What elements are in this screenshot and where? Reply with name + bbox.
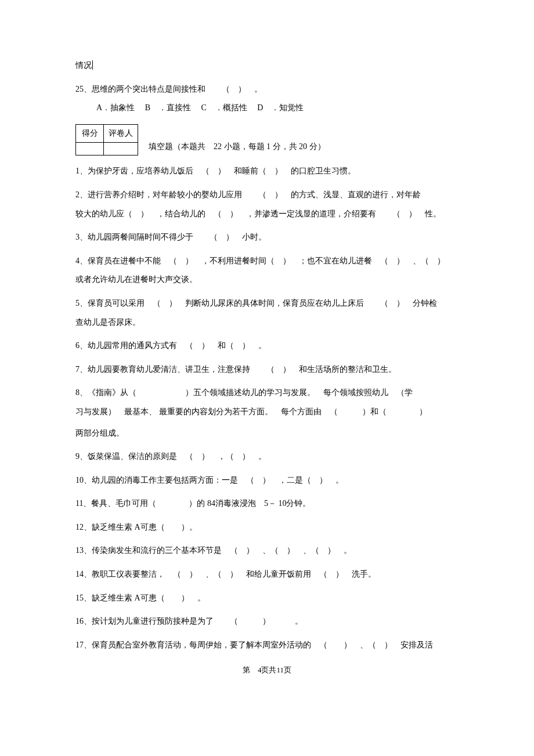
fill-13: 13、传染病发生和流行的三个基本环节是 （ ） 、（ ） 、（ ） 。 (75, 543, 459, 559)
fill-2-line1: 2、进行营养介绍时，对年龄较小的婴幼儿应用 （ ） 的方式、浅显、直观的进行，对… (75, 187, 459, 203)
q25-opt-d: D ．知觉性 (257, 100, 304, 116)
score-cell-score[interactable] (76, 143, 104, 155)
fill-6: 6、幼儿园常用的通风方式有 （ ） 和（ ） 。 (75, 338, 459, 354)
fill-15: 15、缺乏维生素 A可患（ ） 。 (75, 591, 459, 606)
fill-7: 7、幼儿园要教育幼儿爱清洁、讲卫生，注意保持 （ ） 和生活场所的整洁和卫生。 (75, 362, 459, 378)
q25-opt-b: B ．直接性 (145, 100, 191, 116)
section-title: 填空题（本题共 22 小题，每题 1 分，共 20 分） (149, 139, 326, 156)
top-fragment-text: 情况 (75, 61, 92, 70)
score-header-score: 得分 (76, 124, 104, 143)
score-cell-grader[interactable] (104, 143, 138, 155)
fill-11: 11、餐具、毛巾可用（ ）的 84消毒液浸泡 5－ 10分钟。 (75, 496, 459, 512)
footer-total: 11 (276, 665, 284, 674)
fill-17: 17、保育员配合室外教育活动，每周伊始，要了解本周室外活动的 （ ） 、（ ） … (75, 638, 459, 653)
q25-options: A．抽象性 B ．直接性 C ．概括性 D ．知觉性 (75, 100, 459, 116)
fill-10: 10、幼儿园的消毒工作主要包括两方面：一是 （ ） ，二是（ ） 。 (75, 473, 459, 489)
fill-8-line3: 两部分组成。 (75, 426, 459, 442)
fill-9: 9、饭菜保温、保洁的原则是 （ ） ，（ ） 。 (75, 449, 459, 465)
fill-5-line2: 查幼儿是否尿床。 (75, 315, 459, 331)
q25-stem: 25、思维的两个突出特点是间接性和 （ ） 。 (75, 82, 459, 97)
page-footer: 第 4页共11页 (75, 663, 459, 678)
fill-8-line1: 8、《指南》从（ ）五个领域描述幼儿的学习与发展。 每个领域按照幼儿 （学 (75, 385, 459, 401)
fill-4-line2: 或者允许幼儿在进餐时大声交谈。 (75, 272, 459, 288)
fill-16: 16、按计划为儿童进行预防接种是为了 （ ） 。 (75, 614, 459, 630)
fill-14: 14、教职工仪表要整洁， （ ） 、（ ） 和给儿童开饭前用 （ ） 洗手。 (75, 567, 459, 583)
fill-4-line1: 4、保育员在进餐中不能 （ ） ，不利用进餐时间（ ） ；也不宜在幼儿进餐 （ … (75, 254, 459, 269)
q25-opt-a: A．抽象性 (96, 100, 135, 116)
fill-3: 3、幼儿园两餐间隔时间不得少于 （ ） 小时。 (75, 230, 459, 245)
fill-1: 1、为保护牙齿，应培养幼儿饭后 （ ） 和睡前（ ） 的口腔卫生习惯。 (75, 164, 459, 179)
fill-5-line1: 5、保育员可以采用 （ ） 判断幼儿尿床的具体时间，保育员应在幼儿上床后 （ ）… (75, 296, 459, 312)
fill-12: 12、缺乏维生素 A可患（ ）。 (75, 520, 459, 536)
q25-opt-c: C ．概括性 (201, 100, 247, 116)
score-table: 得分 评卷人 (75, 124, 138, 156)
score-header-grader: 评卷人 (104, 124, 138, 143)
top-fragment: 情况 (75, 58, 459, 74)
fill-8-line2: 习与发展） 最基本、 最重要的内容划分为若干方面。 每个方面由 （ ）和（ ） (75, 404, 459, 420)
fill-2-line2: 较大的幼儿应（ ） ，结合幼儿的 （ ） ，并渗透一定浅显的道理，介绍要有 （ … (75, 207, 459, 222)
section-header: 得分 评卷人 填空题（本题共 22 小题，每题 1 分，共 20 分） (75, 124, 459, 156)
cursor-mark (92, 60, 93, 70)
footer-mid: 页共 (261, 665, 276, 674)
footer-post: 页 (284, 665, 291, 674)
footer-pre: 第 (243, 665, 258, 674)
